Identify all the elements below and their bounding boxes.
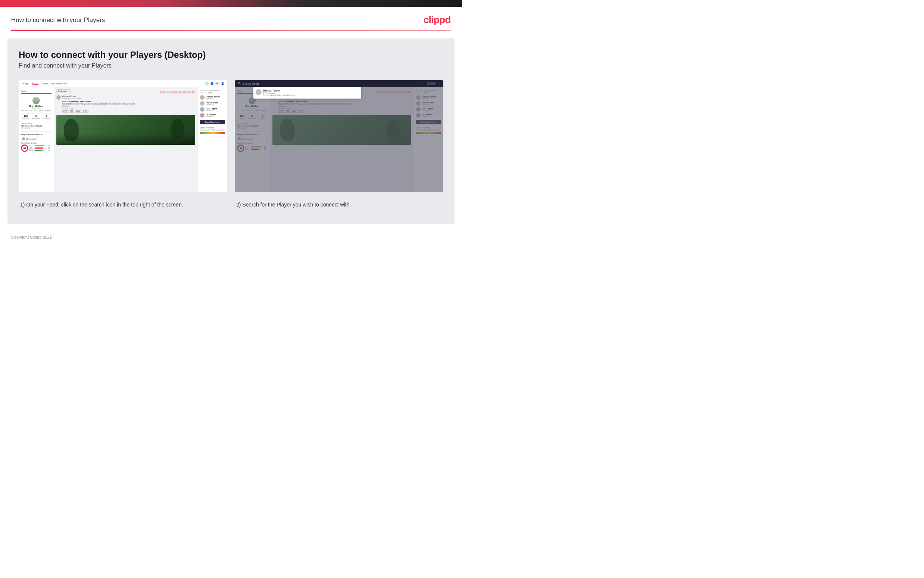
mini-nav-1: clippd Home Teams My Performance 🔍 👤 ⚙ 👤 bbox=[19, 80, 227, 87]
caption-2: 2) Search for the Player you wish to con… bbox=[235, 201, 443, 209]
activity-duration-label: Duration bbox=[62, 105, 195, 107]
bar-track-app bbox=[35, 148, 47, 149]
profile-area: Blair McHarg Golf Coach Mill Ride Golf C… bbox=[21, 95, 52, 121]
search-result-club: Cypress Point Club, United Kingdom bbox=[263, 94, 296, 96]
player-info-r1: Richard Butler Activities: 7 bbox=[422, 96, 441, 100]
search-icon-2: 🔍 bbox=[238, 82, 241, 85]
player-acts-2: Activities: 4 bbox=[206, 104, 225, 106]
player-acts-3: Activities: 3 bbox=[206, 110, 225, 112]
mini-app-body-2-bg: Feed Blair McHarg Golf Coach Mill Ride G… bbox=[235, 87, 443, 192]
player-item-r1: Richard Butler Activities: 7 bbox=[416, 95, 441, 100]
mini-logo-1: clippd bbox=[22, 82, 29, 85]
latest-activity-date-2: 27 Jul 2022 bbox=[237, 127, 267, 129]
close-icon[interactable]: × bbox=[439, 82, 440, 86]
search-text: Marcus Turner bbox=[243, 83, 259, 85]
people-icon[interactable]: 👤 bbox=[210, 82, 214, 86]
mini-nav-icons: 🔍 👤 ⚙ 👤 bbox=[205, 82, 224, 86]
followers-label-2: Followers bbox=[248, 117, 256, 120]
mini-nav-teams[interactable]: Teams bbox=[41, 83, 48, 85]
mini-center-panel-2: Following ▾ Control who can see your act… bbox=[270, 87, 413, 192]
player-info-3: Hiral Pujara Activities: 3 bbox=[206, 107, 225, 112]
player-info-r2: Piers Parnell Activities: 4 bbox=[422, 102, 441, 106]
quality-row-2: 84 OTT 79 bbox=[237, 144, 267, 152]
bar-num-arg: 61 bbox=[48, 149, 52, 151]
quality-score: 84 bbox=[21, 144, 28, 152]
profile-area-2: Blair McHarg Golf Coach Mill Ride Golf C… bbox=[237, 95, 267, 121]
profile-club-2: Mill Ride Golf Club, United Kingdom bbox=[237, 109, 267, 112]
search-result-name: Marcus Turner bbox=[263, 89, 296, 92]
top-bar bbox=[0, 0, 462, 7]
player-select-2: Eli Vincent ▾ bbox=[237, 136, 267, 141]
player-select[interactable]: Eli Vincent ▾ bbox=[21, 136, 52, 141]
activities-num-2: 129 bbox=[238, 115, 246, 117]
player-avatar-r1 bbox=[416, 95, 421, 100]
activity-photo bbox=[57, 115, 195, 145]
player-acts-r3: Activities: 3 bbox=[422, 110, 441, 112]
bar-num-app: 70 bbox=[48, 147, 52, 149]
mini-nav-myperformance[interactable]: My Performance bbox=[51, 83, 67, 85]
player-info-1: Richard Butler Activities: 7 bbox=[206, 96, 225, 100]
tag-arg-2: ARG bbox=[291, 110, 297, 113]
player-item-r4: Eli Vincent Activities: 1 bbox=[416, 113, 441, 118]
player-item-4: Eli Vincent Activities: 1 bbox=[200, 113, 225, 118]
control-link[interactable]: Control who can see your activity and da… bbox=[160, 91, 195, 93]
mini-nav-home[interactable]: Home bbox=[32, 82, 39, 85]
team-dashboard-button[interactable]: Team Dashboard bbox=[200, 120, 225, 124]
player-avatar-1 bbox=[200, 95, 204, 100]
feed-tab[interactable]: Feed bbox=[21, 89, 52, 94]
bar-fill-arg bbox=[35, 150, 42, 151]
tag-app: APP bbox=[69, 110, 74, 113]
player-dot bbox=[22, 137, 25, 140]
settings-icon[interactable]: ⚙ bbox=[215, 82, 219, 86]
bar-label-arg: ARG bbox=[29, 149, 34, 151]
following-label-2: Following bbox=[259, 117, 267, 120]
stats-row: 129 Activities 3 Followers 4 Following bbox=[21, 113, 52, 120]
activity-tags-2: OTT APP ARG PUTT bbox=[278, 110, 411, 113]
search-result-avatar bbox=[256, 89, 262, 95]
most-active-title-2: Most Active Players - Last 30 days bbox=[416, 89, 441, 94]
heatmap-title-2: Team Heatmap bbox=[416, 127, 441, 129]
player-dot-2 bbox=[238, 137, 241, 140]
bar-fill-ott-2 bbox=[251, 146, 261, 148]
team-dashboard-button-2[interactable]: Team Dashboard bbox=[416, 120, 441, 124]
avatar bbox=[32, 97, 40, 104]
bar-num-app-2: 70 bbox=[264, 148, 267, 150]
search-icon[interactable]: 🔍 bbox=[205, 82, 209, 86]
player-item-1: Richard Butler Activities: 7 bbox=[200, 95, 225, 100]
latest-activity-date: 27 Jul 2022 bbox=[21, 127, 52, 129]
avatar-icon[interactable]: 👤 bbox=[220, 82, 224, 86]
player-perf-title-2: Player Performance bbox=[237, 133, 267, 136]
activities-stat: 129 Activities bbox=[22, 115, 29, 120]
quality-title: Total Player Quality bbox=[21, 142, 52, 144]
search-result-item[interactable]: Marcus Turner 1-5 Handicap Cypress Point… bbox=[256, 89, 359, 96]
bar-label-app: APP bbox=[29, 147, 34, 149]
search-dropdown: Marcus Turner 1-5 Handicap Cypress Point… bbox=[253, 87, 361, 99]
search-input-area[interactable]: Marcus Turner bbox=[243, 83, 425, 85]
player-acts-r2: Activities: 4 bbox=[422, 104, 441, 106]
player-performance-section-2: Player Performance Eli Vincent ▾ Total P… bbox=[237, 132, 267, 152]
following-num: 4 bbox=[42, 115, 50, 117]
player-info-r4: Eli Vincent Activities: 1 bbox=[422, 114, 441, 118]
following-button[interactable]: Following ▾ bbox=[57, 89, 71, 93]
bar-num-ott-2: 79 bbox=[264, 146, 267, 148]
clear-button[interactable]: CLEAR bbox=[427, 82, 436, 85]
bar-arg: ARG 61 bbox=[29, 149, 52, 151]
mini-right-panel-1: Most Active Players - Last 30 days Richa… bbox=[197, 87, 227, 192]
following-stat-2: 4 Following bbox=[259, 115, 267, 120]
mini-left-panel-2: Feed Blair McHarg Golf Coach Mill Ride G… bbox=[235, 87, 270, 192]
activity-duration: 02 hr : 00 min bbox=[62, 107, 195, 110]
activity-item: Richard Butler Yesterday - The Grove Pre… bbox=[57, 95, 195, 113]
player-avatar-2 bbox=[200, 101, 204, 106]
heatmap-title: Team Heatmap bbox=[200, 127, 225, 129]
player-avatar-r3 bbox=[416, 107, 421, 112]
activity-sub: Yesterday - The Grove bbox=[62, 97, 195, 100]
bar-label-ott-2: OTT bbox=[245, 146, 251, 148]
followers-stat-2: 3 Followers bbox=[248, 115, 256, 120]
page-title: How to connect with your Players bbox=[11, 16, 105, 24]
footer: Copyright Clippd 2022 bbox=[0, 231, 462, 243]
followers-stat: 3 Followers bbox=[32, 115, 40, 120]
activity-content: Richard Butler Yesterday - The Grove Pre… bbox=[62, 95, 195, 113]
player-select-name-2: Eli Vincent bbox=[242, 138, 251, 140]
quality-row: 84 OTT 79 bbox=[21, 144, 52, 152]
player-acts-r4: Activities: 1 bbox=[422, 116, 441, 118]
